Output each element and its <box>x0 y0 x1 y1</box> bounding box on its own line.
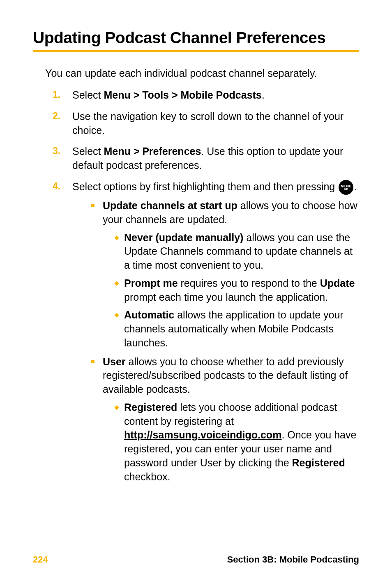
ss-rest: prompt each time you launch the applicat… <box>124 291 328 303</box>
step-2: 2. Use the navigation key to scroll down… <box>53 110 359 138</box>
step-text-before: Select options by first highlighting the… <box>72 181 338 192</box>
step-text-after: . <box>354 181 357 192</box>
step-bold: Menu > Preferences <box>104 145 201 157</box>
sub-sub-registered: Registered lets you choose additional po… <box>114 401 359 484</box>
step-number: 1. <box>53 88 72 102</box>
step-body: Select Menu > Preferences. Use this opti… <box>72 145 359 173</box>
sub-sub-never: Never (update manually) allows you can u… <box>114 231 359 272</box>
icon-bot-text: OK <box>341 188 352 190</box>
sub-sub-prompt: Prompt me requires you to respond to the… <box>114 277 359 304</box>
step-body: Select Menu > Tools > Mobile Podcasts. <box>72 88 359 102</box>
sub-sub-list: Registered lets you choose additional po… <box>114 401 359 484</box>
step-text-prefix: Select <box>72 145 104 157</box>
menu-ok-icon-label: MENU OK <box>341 184 352 190</box>
menu-ok-icon: MENU OK <box>339 180 353 195</box>
sub-bold: User <box>103 356 126 367</box>
sub-item-update-channels: Update channels at start up allows you t… <box>91 199 359 350</box>
sub-bold: Update channels at start up <box>103 200 238 211</box>
page-number: 224 <box>33 554 48 565</box>
intro-text: You can update each individual podcast c… <box>45 67 359 79</box>
section-label: Section 3B: Mobile Podcasting <box>227 554 359 565</box>
step-body: Select options by first highlighting the… <box>72 180 359 489</box>
sub-rest: allows you to choose whether to add prev… <box>103 356 348 395</box>
ss-bold: Automatic <box>124 309 174 321</box>
ss-bold: Prompt me <box>124 277 178 289</box>
ss-bold2: Registered <box>292 457 345 468</box>
ss-rest: checkbox. <box>124 471 171 482</box>
steps-list: 1. Select Menu > Tools > Mobile Podcasts… <box>53 88 359 489</box>
step-number: 4. <box>53 180 72 489</box>
ss-bold: Never (update manually) <box>124 232 243 243</box>
step-text-suffix: . <box>262 89 265 101</box>
step-3: 3. Select Menu > Preferences. Use this o… <box>53 145 359 173</box>
registration-link[interactable]: http://samsung.voiceindigo.com <box>124 429 281 440</box>
step-number: 2. <box>53 110 72 138</box>
page-footer: 224 Section 3B: Mobile Podcasting <box>33 554 359 565</box>
step-bold: Menu > Tools > Mobile Podcasts <box>104 89 261 101</box>
step-4: 4. Select options by first highlighting … <box>53 180 359 489</box>
step-text-prefix: Select <box>72 89 104 101</box>
ss-bold2: Update <box>320 277 355 289</box>
ss-mid: requires you to respond to the <box>178 277 320 289</box>
step-body: Use the navigation key to scroll down to… <box>72 110 359 138</box>
page-heading: Updating Podcast Channel Preferences <box>33 29 359 52</box>
step-number: 3. <box>53 145 72 173</box>
sub-sub-automatic: Automatic allows the application to upda… <box>114 308 359 350</box>
sub-sub-list: Never (update manually) allows you can u… <box>114 231 359 350</box>
step-1: 1. Select Menu > Tools > Mobile Podcasts… <box>53 88 359 102</box>
ss-bold: Registered <box>124 401 177 413</box>
sub-item-user: User allows you to choose whether to add… <box>91 355 359 484</box>
sub-list: Update channels at start up allows you t… <box>91 199 359 484</box>
